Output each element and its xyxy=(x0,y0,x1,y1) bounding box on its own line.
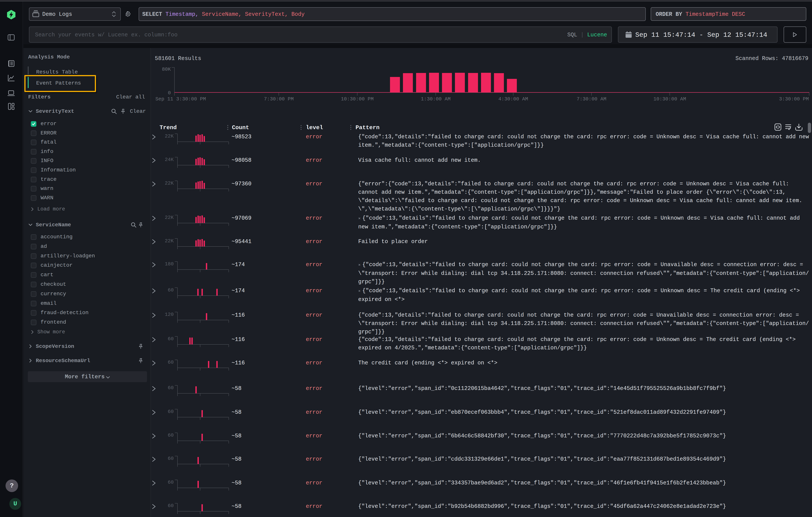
svg-text:7:30:00 PM: 7:30:00 PM xyxy=(264,96,294,102)
svg-text:Sep 11 3:30:00 PM: Sep 11 3:30:00 PM xyxy=(155,96,206,102)
svg-text:80K: 80K xyxy=(162,66,171,72)
svg-text:0: 0 xyxy=(168,90,171,96)
svg-text:3:30:00 PM: 3:30:00 PM xyxy=(779,96,809,102)
svg-text:7:30:00 AM: 7:30:00 AM xyxy=(577,96,606,102)
svg-text:4:30:00 AM: 4:30:00 AM xyxy=(498,96,528,102)
svg-text:10:30:00 PM: 10:30:00 PM xyxy=(341,96,374,102)
svg-text:1:30:00 AM: 1:30:00 AM xyxy=(421,96,451,102)
svg-text:10:30:00 AM: 10:30:00 AM xyxy=(654,96,686,102)
